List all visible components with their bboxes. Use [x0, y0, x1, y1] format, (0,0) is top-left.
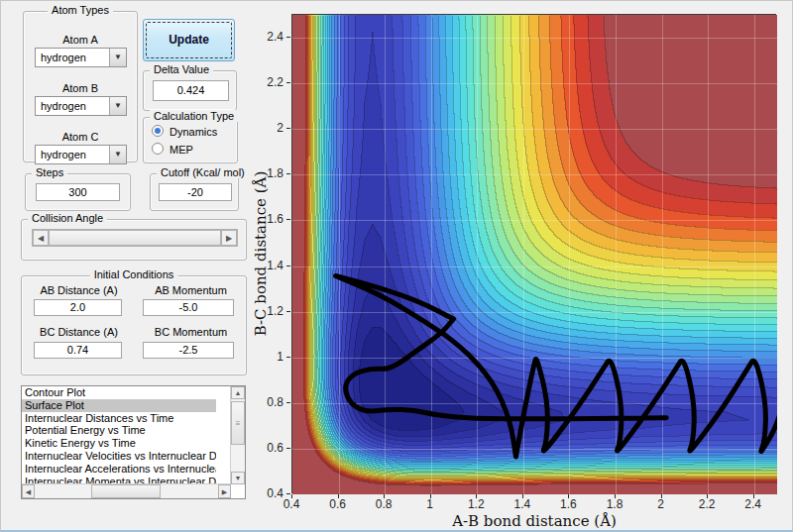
plot-type-listbox[interactable]: Contour PlotSurface PlotInternuclear Dis… [21, 385, 246, 499]
plot-type-list-item[interactable]: Kinetic Energy vs Time [22, 437, 216, 450]
plot-type-list-item[interactable]: Surface Plot [22, 399, 216, 412]
x-tick-mark [291, 494, 292, 498]
y-tick-label: 2.2 [267, 75, 283, 89]
steps-field[interactable]: 300 [36, 183, 120, 201]
slider-right-arrow-icon[interactable]: ▶ [221, 230, 237, 246]
vertical-scroll-thumb[interactable]: ≡ [231, 401, 245, 445]
y-tick-label: 2 [277, 121, 283, 135]
y-tick-mark [286, 448, 290, 449]
ab-momentum-field[interactable]: -5.0 [143, 299, 234, 316]
x-tick-label: 0.4 [283, 497, 300, 511]
y-tick-mark [286, 266, 290, 266]
horizontal-scroll-thumb[interactable] [91, 484, 161, 498]
x-tick-mark [615, 494, 616, 498]
cutoff-field[interactable]: -20 [159, 183, 232, 201]
x-tick-mark [430, 494, 431, 498]
ab-distance-label: AB Distance (A) [22, 284, 136, 296]
steps-title: Steps [32, 166, 67, 178]
y-tick-label: 1 [277, 350, 283, 364]
x-tick-mark [568, 494, 569, 498]
atom-types-title: Atom Types [48, 4, 113, 16]
delta-value-groupbox: Delta Value 0.424 [143, 70, 237, 111]
initial-conditions-groupbox: Initial Conditions AB Distance (A) AB Mo… [21, 275, 247, 375]
scroll-left-arrow-icon[interactable]: ◀ [22, 484, 35, 498]
atom-b-label: Atom B [24, 82, 137, 94]
scroll-down-arrow-icon[interactable]: ▼ [231, 472, 245, 484]
bc-momentum-label: BC Momentum [134, 326, 248, 338]
calculation-type-groupbox: Calculation Type Dynamics MEP [143, 117, 238, 163]
atom-types-groupbox: Atom Types Atom A hydrogen ▼ Atom B hydr… [23, 11, 138, 162]
ab-momentum-label: AB Momentum [134, 284, 248, 296]
mep-radio[interactable] [152, 143, 164, 155]
atom-b-value: hydrogen [41, 100, 86, 112]
plot-type-list-item[interactable]: Contour Plot [22, 386, 216, 399]
x-tick-label: 0.6 [329, 497, 346, 511]
pes-dynamics-app-window: Atom Types Atom A hydrogen ▼ Atom B hydr… [0, 0, 793, 532]
mep-radio-label: MEP [170, 144, 193, 156]
bc-distance-label: BC Distance (A) [22, 326, 136, 338]
collision-angle-groupbox: Collision Angle ◀ ▶ [21, 219, 247, 261]
atom-c-dropdown[interactable]: hydrogen ▼ [35, 145, 127, 164]
x-tick-label: 1.6 [560, 497, 577, 511]
x-tick-mark [661, 494, 662, 498]
scroll-right-arrow-icon[interactable]: ▶ [218, 484, 231, 498]
cutoff-title: Cutoff (Kcal/ mol) [157, 166, 249, 178]
plot-type-list-item[interactable]: Internuclear Distances vs Time [22, 412, 216, 425]
contour-plot-axes[interactable] [291, 14, 776, 493]
bc-distance-field[interactable]: 0.74 [34, 342, 122, 359]
atom-b-dropdown[interactable]: hydrogen ▼ [35, 96, 127, 116]
y-tick-mark [286, 82, 290, 83]
slider-left-arrow-icon[interactable]: ◀ [33, 230, 49, 246]
atom-a-dropdown-arrow-icon[interactable]: ▼ [109, 49, 126, 66]
y-tick-mark [286, 173, 290, 174]
y-tick-mark [286, 402, 290, 403]
x-tick-mark [707, 494, 708, 498]
x-tick-label: 1.8 [607, 497, 623, 511]
x-tick-label: 1.4 [514, 497, 531, 511]
y-tick-label: 0.8 [267, 395, 283, 409]
bc-momentum-field[interactable]: -2.5 [143, 342, 234, 359]
steps-groupbox: Steps 300 [25, 173, 131, 211]
y-tick-mark [286, 357, 290, 358]
x-tick-mark [338, 494, 339, 498]
y-axis-label: B-C bond distance (Å) [252, 171, 270, 337]
y-tick-mark [286, 128, 290, 129]
plot-type-list-item[interactable]: Internuclear Accelerations vs Internucle… [22, 463, 216, 476]
slider-thumb[interactable] [49, 230, 221, 246]
plot-type-list-rows: Contour PlotSurface PlotInternuclear Dis… [22, 386, 245, 487]
atom-b-dropdown-arrow-icon[interactable]: ▼ [109, 97, 126, 115]
x-tick-mark [384, 494, 385, 498]
calculation-type-title: Calculation Type [150, 110, 238, 122]
y-tick-mark [286, 493, 290, 494]
update-button-focus-ring [146, 22, 232, 58]
x-tick-label: 1.2 [468, 497, 485, 511]
y-tick-label: 2.4 [267, 30, 283, 44]
x-tick-label: 2.2 [699, 497, 716, 511]
plot-type-list-item[interactable]: Potential Energy vs Time [22, 424, 216, 437]
atom-c-value: hydrogen [41, 149, 86, 160]
collision-angle-slider[interactable]: ◀ ▶ [32, 229, 238, 247]
delta-value-field[interactable]: 0.424 [153, 80, 229, 101]
x-tick-mark [753, 494, 754, 498]
listbox-horizontal-scrollbar[interactable]: ◀ ▶ [22, 483, 231, 498]
atom-a-label: Atom A [24, 34, 137, 46]
x-tick-label: 0.8 [376, 497, 393, 511]
x-tick-label: 2.4 [744, 497, 761, 511]
ab-distance-field[interactable]: 2.0 [34, 299, 122, 316]
y-tick-mark [286, 311, 290, 312]
potential-energy-surface-canvas[interactable] [292, 15, 777, 494]
update-button[interactable]: Update [143, 19, 235, 61]
dynamics-radio-label: Dynamics [170, 126, 217, 138]
dynamics-radio[interactable] [152, 125, 164, 137]
listbox-vertical-scrollbar[interactable]: ▲ ≡ ▼ [230, 386, 245, 484]
x-tick-mark [522, 494, 523, 498]
initial-conditions-title: Initial Conditions [90, 268, 178, 280]
x-axis-label: A-B bond distance (Å) [452, 512, 617, 530]
atom-a-value: hydrogen [41, 52, 86, 63]
plot-type-list-item[interactable]: Internuclear Velocities vs Internuclear … [22, 450, 216, 463]
atom-a-dropdown[interactable]: hydrogen ▼ [35, 48, 127, 67]
atom-c-dropdown-arrow-icon[interactable]: ▼ [109, 146, 126, 163]
y-tick-mark [286, 37, 290, 38]
collision-angle-title: Collision Angle [28, 212, 107, 224]
scroll-up-arrow-icon[interactable]: ▲ [231, 386, 245, 399]
